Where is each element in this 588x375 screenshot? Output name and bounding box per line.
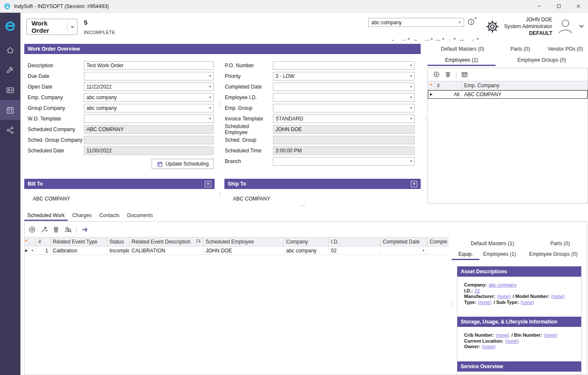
billship-splitter-handle[interactable]: ⋮: [217, 194, 222, 195]
employee-id-combo[interactable]: [273, 93, 415, 102]
emp-group-combo[interactable]: [273, 104, 415, 112]
masters-tabs-sub: Employees (1) Employee Groups (0): [427, 55, 588, 66]
event-detail-panel: Default Masters (1) Parts (0) Equip. Emp…: [452, 222, 587, 375]
sidebar-item-home[interactable]: [0, 40, 20, 60]
wo-template-combo[interactable]: [84, 115, 214, 123]
ship-to-title: Ship To: [228, 181, 246, 187]
employee-row[interactable]: ▶ All ABC COMPANY: [428, 90, 588, 99]
asset-type-link[interactable]: (none): [478, 300, 492, 305]
close-button[interactable]: [568, 0, 588, 13]
field-label: Due Date: [28, 73, 84, 79]
asset-model-link[interactable]: (none): [551, 294, 565, 299]
column-header-num[interactable]: #: [435, 81, 462, 90]
column-header-company[interactable]: Company: [284, 238, 329, 246]
grid-view-button[interactable]: [461, 71, 468, 78]
tab-detail-employee-groups[interactable]: Employee Groups (0): [519, 249, 587, 260]
field-label: Invoice Template: [225, 116, 273, 122]
column-header-event-desc[interactable]: Related Event Description: [129, 238, 204, 246]
tab-charges[interactable]: Charges: [69, 211, 95, 221]
column-header-completed[interactable]: Completed Date: [381, 238, 427, 246]
dropdown-caret-icon: [430, 38, 433, 40]
field-label: Description: [28, 63, 84, 69]
asset-company-link[interactable]: abc company: [489, 282, 516, 287]
add-bill-to-button[interactable]: +: [205, 181, 211, 187]
column-header-num[interactable]: #: [36, 238, 51, 246]
detail-splitter[interactable]: ⋮: [449, 222, 452, 375]
send-to-event-button[interactable]: [81, 226, 89, 233]
crib-number-link[interactable]: (none): [496, 332, 509, 338]
group-company-combo[interactable]: abc company: [84, 104, 214, 112]
minimize-button[interactable]: [529, 0, 549, 13]
chevron-down-icon: [578, 23, 585, 29]
tab-equip[interactable]: Equip.: [452, 249, 479, 260]
sidebar-item-scheduler[interactable]: [0, 100, 20, 120]
sidebar-item-network[interactable]: [0, 120, 20, 140]
owner-link[interactable]: (none): [482, 344, 496, 349]
tab-detail-default-masters[interactable]: Default Masters (1): [452, 239, 533, 249]
row-status: Incomple: [107, 246, 129, 255]
sidebar-item-records[interactable]: [0, 80, 20, 100]
column-header-extra[interactable]: Comple: [427, 238, 449, 246]
column-header-id[interactable]: I.D.: [329, 238, 381, 246]
column-header-event-type[interactable]: Related Event Type: [51, 238, 107, 246]
column-header-employee[interactable]: Scheduled Employee: [204, 238, 284, 246]
settings-button[interactable]: [485, 20, 499, 35]
description-input[interactable]: Test Work Order: [84, 61, 214, 70]
scheduled-company-field: ABC COMPANY: [84, 125, 214, 134]
auto-schedule-button[interactable]: [40, 226, 48, 233]
info-button[interactable]: [468, 18, 475, 26]
tab-default-masters[interactable]: Default Masters (0): [427, 44, 498, 55]
row-id: 02: [329, 246, 381, 255]
add-ship-to-button[interactable]: +: [411, 181, 417, 187]
row-completed-date[interactable]: ▼: [381, 246, 427, 255]
tab-employees[interactable]: Employees (1): [427, 55, 496, 66]
column-header-emp-company[interactable]: Emp. Company: [462, 81, 588, 90]
branch-combo[interactable]: [273, 157, 415, 166]
sidebar-item-tools[interactable]: [0, 60, 20, 80]
open-date-combo[interactable]: 11/22/2022: [84, 83, 214, 91]
add-employee-button[interactable]: [433, 71, 440, 78]
row-expand-icon[interactable]: ▼: [31, 249, 34, 252]
assign-employee-button[interactable]: [64, 226, 72, 233]
tab-employee-groups[interactable]: Employee Groups (0): [496, 55, 588, 66]
add-scheduled-work-button[interactable]: [29, 226, 36, 233]
tab-detail-parts[interactable]: Parts (0): [533, 239, 587, 249]
column-header-status[interactable]: Status: [107, 238, 129, 246]
maximize-button[interactable]: [549, 0, 568, 13]
scheduled-work-row[interactable]: ▶ ▼ 1 Calibration Incomple CALIBRATION J…: [25, 246, 449, 255]
tab-contacts[interactable]: Contacts: [96, 211, 122, 221]
row-indicator-icon: ▶: [430, 92, 433, 96]
delete-scheduled-work-button[interactable]: [52, 226, 60, 233]
tab-documents[interactable]: Documents: [124, 211, 156, 221]
dropdown-caret-icon: [476, 38, 479, 40]
asset-id-link[interactable]: 02: [475, 288, 480, 293]
ship-to-panel: Ship To + ABC COMPANY: [224, 179, 421, 203]
form-splitter-handle[interactable]: ⋮: [217, 103, 222, 105]
user-menu-button[interactable]: [578, 23, 585, 31]
employees-grid-toolbar: [428, 68, 588, 81]
tab-vendor-pos[interactable]: Vendor POs (0): [543, 44, 588, 55]
tab-parts[interactable]: Parts (0): [498, 44, 543, 55]
avatar[interactable]: [556, 17, 575, 37]
main-splitter-handle[interactable]: …: [300, 200, 306, 207]
tab-detail-employees[interactable]: Employees (1): [479, 249, 519, 260]
module-selector-button[interactable]: Work Order: [26, 19, 77, 35]
masters-panel: Default Masters (0) Parts (0) Vendor POs…: [427, 44, 588, 203]
tab-scheduled-work[interactable]: Scheduled Work: [24, 211, 68, 221]
due-date-combo[interactable]: [84, 72, 214, 80]
asset-subtype-link[interactable]: (none): [520, 300, 534, 305]
plus-circle-icon: [29, 226, 36, 233]
priority-combo[interactable]: 3 - LOW: [273, 72, 415, 80]
invoice-template-combo[interactable]: STANDARD: [273, 115, 415, 123]
bin-number-link[interactable]: (none): [544, 332, 557, 338]
update-scheduling-button[interactable]: Update Scheduling: [152, 159, 214, 169]
user-info[interactable]: JOHN DOE System Administrator DEFAULT: [504, 16, 552, 37]
right-panel-splitter-handle[interactable]: ⋮: [423, 118, 428, 120]
current-location-link[interactable]: (none): [505, 338, 519, 344]
delete-employee-button[interactable]: [445, 71, 451, 78]
po-number-combo[interactable]: [273, 61, 415, 70]
completed-date-combo[interactable]: [273, 83, 415, 91]
company-search-combo[interactable]: abc company ▼: [368, 18, 464, 27]
emp-company-combo[interactable]: abc company: [84, 93, 214, 102]
asset-manufacturer-link[interactable]: (none): [497, 294, 511, 299]
